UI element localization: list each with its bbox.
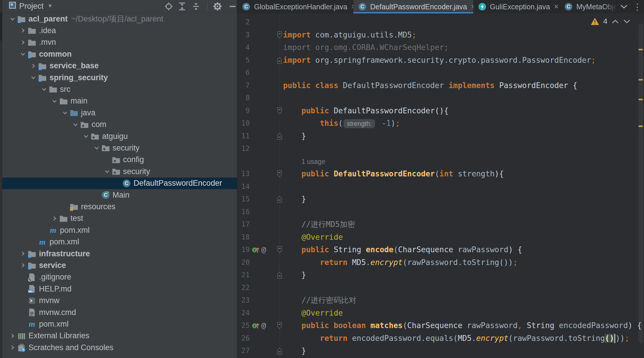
expand-all-icon[interactable] <box>177 1 187 11</box>
tree-item-service-base[interactable]: service_base <box>2 60 237 72</box>
tree-item-service[interactable]: service <box>2 259 237 271</box>
code-line-20[interactable]: 20 return MD5.encrypt(rawPassword.toStri… <box>237 256 644 269</box>
fold-marker-icon[interactable] <box>276 132 283 141</box>
fold-marker-icon[interactable] <box>276 107 283 116</box>
overriding-method-icon[interactable]: I@ <box>252 321 266 330</box>
chevron-down-icon[interactable] <box>41 86 48 93</box>
tree-item-pom-xml[interactable]: mpom.xml <box>2 318 237 330</box>
chevron-right-icon[interactable] <box>19 250 26 257</box>
code-line-6[interactable]: 6 <box>237 67 644 79</box>
tree-item-test[interactable]: test <box>2 213 237 224</box>
code-line-27[interactable]: 27 } <box>237 345 644 357</box>
code-line-10[interactable]: 10 this(strength: -1); <box>237 117 644 130</box>
tree-item-pom-xml[interactable]: mpom.xml <box>2 236 237 248</box>
code-line-22[interactable]: 22 <box>237 282 644 294</box>
editor-tab-defaultpasswordencoder-java[interactable]: CDefaultPasswordEncoder.java× <box>353 0 474 13</box>
locate-icon[interactable] <box>164 1 174 11</box>
chevron-right-icon[interactable] <box>9 344 16 351</box>
code-line-19[interactable]: 19I@ public String encode(CharSequence r… <box>237 244 644 256</box>
editor-tab-guliexception-java[interactable]: GuliException.java× <box>474 0 560 13</box>
warning-stripe-mark[interactable] <box>638 79 643 80</box>
code-line-24[interactable]: 24 @Override <box>237 307 644 320</box>
code-line-21[interactable]: 21 } <box>237 269 644 282</box>
chevron-right-icon[interactable] <box>51 215 58 222</box>
code-line-12[interactable]: 12 <box>237 142 644 155</box>
chevron-right-icon[interactable] <box>19 262 26 269</box>
editor-scrollbar[interactable] <box>638 23 643 343</box>
chevron-right-icon[interactable] <box>30 62 37 69</box>
code-line-9[interactable]: 9 public DefaultPasswordEncoder(){ <box>237 105 644 117</box>
fold-marker-icon[interactable] <box>276 56 283 65</box>
editor-tab-mymetaobjec[interactable]: CMyMetaObjec <box>560 0 617 13</box>
chevron-down-icon[interactable] <box>72 121 79 128</box>
tree-item-defaultpasswordencoder[interactable]: CDefaultPasswordEncoder <box>2 178 237 189</box>
fold-marker-icon[interactable] <box>276 347 283 356</box>
chevron-down-icon[interactable] <box>51 98 58 105</box>
tree-item-acl-parent[interactable]: acl_parent~/Desktop/项目/acl_parent <box>2 13 237 25</box>
tab-options-more-icon[interactable]: ⋮ <box>631 0 644 13</box>
tree-item-help-md[interactable]: MDHELP.md <box>2 283 237 295</box>
tree-item-common[interactable]: common <box>2 48 237 60</box>
tree-item-src[interactable]: src <box>2 83 237 95</box>
editor-tab-globalexceptionhandler-java[interactable]: CGlobalExceptionHandler.java× <box>237 0 353 13</box>
tree-item-atguigu[interactable]: atguigu <box>2 130 237 142</box>
fold-marker-icon[interactable] <box>276 170 283 179</box>
tree-item-external-libraries[interactable]: External Libraries <box>2 330 237 342</box>
previous-warning-icon[interactable] <box>611 19 619 24</box>
project-view-dropdown[interactable]: Project ▼ <box>9 0 53 12</box>
chevron-down-icon[interactable] <box>9 15 16 22</box>
tree-item-mvnw-cmd[interactable]: mvnw.cmd <box>2 307 237 318</box>
code-editor[interactable]: 23import com.atguigu.utils.MD5;4import o… <box>237 13 644 358</box>
code-line-14[interactable]: 14 <box>237 180 644 193</box>
code-line-15[interactable]: 15 } <box>237 193 644 206</box>
close-tab-icon[interactable]: × <box>471 3 474 11</box>
code-line-25[interactable]: 25I@ public boolean matches(CharSequence… <box>237 319 644 332</box>
chevron-down-icon[interactable] <box>19 51 26 58</box>
tree-item-infrastructure[interactable]: infrastructure <box>2 248 237 259</box>
fold-marker-icon[interactable] <box>276 246 283 255</box>
warning-stripe-mark[interactable] <box>638 49 643 50</box>
code-vision-usage-row[interactable]: 1 usage <box>237 155 644 168</box>
tree-item-mvnw[interactable]: mvnw <box>2 295 237 307</box>
code-line-16[interactable]: 16 <box>237 206 644 219</box>
tree-item--gitignore[interactable]: .gitignore <box>2 271 237 283</box>
fold-marker-icon[interactable] <box>276 31 283 40</box>
chevron-right-icon[interactable] <box>9 332 16 339</box>
close-tab-icon[interactable]: × <box>554 3 559 11</box>
tree-item-com[interactable]: com <box>2 119 237 130</box>
chevron-down-icon[interactable] <box>30 74 37 81</box>
code-line-4[interactable]: 4import org.omg.CORBA.WCharSeqHelper; <box>237 41 644 54</box>
hidden-tabs-chevron-down-icon[interactable] <box>617 0 631 13</box>
code-line-7[interactable]: 7public class DefaultPasswordEncoder imp… <box>237 79 644 92</box>
tree-item--mvn[interactable]: .mvn <box>2 37 237 48</box>
tree-item-pom-xml[interactable]: mpom.xml <box>2 224 237 236</box>
code-line-23[interactable]: 23 //进行密码比对 <box>237 294 644 307</box>
tree-item-scratches-and-consoles[interactable]: Scratches and Consoles <box>2 342 237 353</box>
code-line-13[interactable]: 13 public DefaultPasswordEncoder(int str… <box>237 168 644 180</box>
overriding-method-icon[interactable]: I@ <box>252 245 266 254</box>
tree-item--idea[interactable]: .idea <box>2 25 237 36</box>
collapse-all-icon[interactable] <box>191 1 201 11</box>
code-line-8[interactable]: 8 <box>237 92 644 105</box>
tree-item-main[interactable]: main <box>2 95 237 107</box>
code-line-5[interactable]: 5import org.springframework.security.cry… <box>237 54 644 67</box>
code-line-17[interactable]: 17 //进行MD5加密 <box>237 218 644 231</box>
tree-item-config[interactable]: config <box>2 154 237 166</box>
code-line-2[interactable]: 2 <box>237 16 644 29</box>
chevron-down-icon[interactable] <box>82 133 89 140</box>
next-warning-icon[interactable] <box>623 19 631 24</box>
chevron-down-icon[interactable] <box>93 144 100 151</box>
tree-item-security[interactable]: security <box>2 166 237 177</box>
fold-marker-icon[interactable] <box>276 271 283 280</box>
chevron-down-icon[interactable] <box>104 168 111 175</box>
tree-item-main[interactable]: CMain <box>2 189 237 201</box>
fold-marker-icon[interactable] <box>276 195 283 204</box>
inspections-widget[interactable]: 4 <box>591 17 631 26</box>
settings-gear-icon[interactable] <box>213 1 222 11</box>
hide-panel-icon[interactable] <box>228 1 238 11</box>
code-line-11[interactable]: 11 } <box>237 130 644 143</box>
warning-stripe-mark[interactable] <box>638 99 643 100</box>
tree-item-security[interactable]: security <box>2 142 237 154</box>
warning-stripe-mark[interactable] <box>638 126 643 127</box>
tree-item-spring-security[interactable]: spring_security <box>2 72 237 83</box>
